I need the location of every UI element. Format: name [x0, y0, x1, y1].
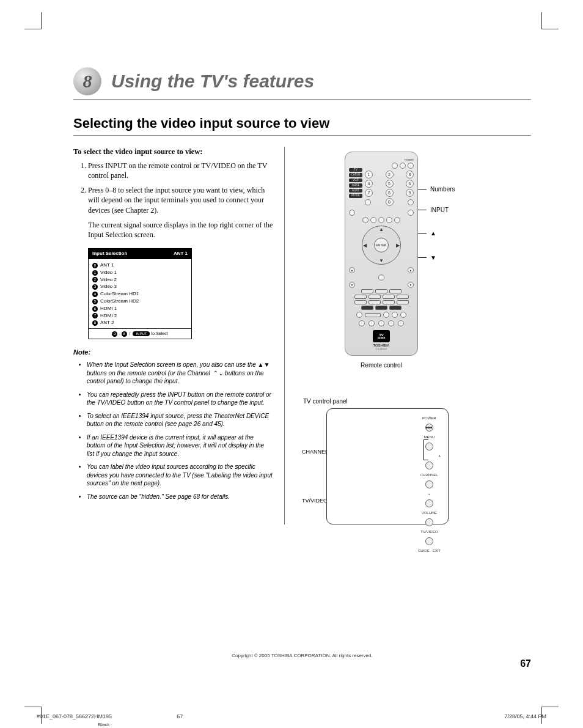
right-column: Numbers INPUT ▲ ▼ TV CABLE VCR: [285, 147, 531, 524]
sleep-button: [392, 163, 398, 169]
vol-down: ▼: [408, 282, 414, 288]
dash-button: [365, 199, 371, 205]
dpad: ▲ ▼ ◀ ▶ ENTER: [362, 226, 401, 265]
ch-down: ▼: [349, 282, 355, 288]
page-number: 67: [520, 658, 531, 669]
print-file-page: 67: [177, 713, 183, 719]
cp-menu: [425, 443, 433, 450]
osd-num-3: 3: [92, 284, 98, 290]
mute-button: [389, 289, 402, 293]
dnr-button: [356, 312, 362, 318]
chrtn-button: [408, 199, 414, 205]
chapter-header: 8 Using the TV's features: [73, 67, 531, 100]
cp-volume-up: [425, 499, 433, 507]
pause-button: [369, 300, 381, 304]
num-8: 8: [386, 189, 394, 197]
num-3: 3: [406, 171, 414, 178]
note-1: When the Input Selection screen is open,…: [87, 361, 273, 386]
note-3: To select an IEEE1394 input source, pres…: [87, 412, 273, 428]
tvguide-logo: TV GUIDE: [373, 330, 390, 342]
mode-aux1: AUX1: [349, 183, 362, 188]
num-2: 2: [386, 171, 394, 178]
split-button: [388, 320, 394, 326]
step-2: Press 0–8 to select the input source you…: [88, 185, 273, 240]
input-button: [408, 210, 414, 216]
osd-num-2: 2: [92, 277, 98, 282]
cp-tvvideo: [425, 537, 433, 545]
copyright: Copyright © 2005 TOSHIBA CORPORATION. Al…: [73, 653, 531, 658]
osd-item-4: ColorStream HD1: [100, 291, 139, 298]
power-button: [408, 163, 414, 169]
cp-label-exit: EXIT: [433, 549, 441, 553]
osd-item-1: Video 1: [100, 270, 117, 276]
guide-button: [378, 217, 384, 223]
dot3: [400, 312, 406, 318]
osd-foot-n8: 8: [122, 331, 127, 337]
osd-item-5: ColorStream HD2: [100, 298, 139, 305]
osd-foot-dash: -: [119, 331, 120, 336]
step-2-para: The current signal source displays in th…: [88, 220, 273, 240]
chapter-number-badge: 8: [73, 67, 101, 95]
mode-vcr: VCR: [349, 178, 362, 183]
cp-label-guide: GUIDE: [418, 549, 430, 553]
rew-button: [354, 295, 367, 299]
osd-foot-slash: /: [130, 331, 131, 336]
arrow-left-icon: ◀: [363, 243, 367, 248]
cp-channel-down: [425, 480, 433, 488]
dot1: [383, 312, 389, 318]
skip-button: [397, 295, 409, 299]
osd-num-4: 4: [92, 292, 98, 297]
osd-foot-n0: 0: [112, 331, 117, 337]
play-button: [369, 295, 381, 299]
exit-button: [386, 217, 392, 223]
epg-button: [365, 313, 381, 317]
picsize-button: [361, 289, 373, 293]
osd-num-8: 8: [92, 320, 98, 326]
remote-body: TV CABLE VCR AUX1 AUX2 MODE POWER: [345, 152, 418, 356]
input-selection-osd: Input Selection ANT 1 0ANT 1 1Video 1 2V…: [88, 248, 192, 339]
callout-numbers: Numbers: [412, 186, 455, 193]
favch-button: [369, 320, 375, 326]
osd-item-2: Video 2: [100, 277, 117, 284]
print-black: Black: [98, 722, 583, 727]
menu-button: [370, 217, 376, 223]
osd-num-6: 6: [92, 306, 98, 312]
ch-up: ▲: [349, 267, 355, 273]
slow-button: [354, 300, 367, 304]
cp-label-power: POWER: [422, 416, 436, 420]
ff-button: [383, 295, 395, 299]
osd-item-3: Video 3: [100, 284, 117, 290]
osd-num-0: 0: [92, 263, 98, 268]
favscan-button: [378, 320, 384, 326]
num-0: 0: [386, 198, 394, 206]
num-6: 6: [406, 180, 414, 188]
print-date: 7/28/05, 4:44 PM: [504, 713, 546, 719]
cp-label-volume: VOLUME: [422, 511, 437, 515]
mode-cable: CABLE: [349, 173, 362, 177]
note-4: If an IEEE1394 device is the current inp…: [87, 433, 273, 458]
power-label: POWER: [365, 158, 414, 161]
arrow-up-icon: ▲: [379, 227, 384, 232]
play2-button: [383, 300, 395, 304]
model-label: CT-90159: [349, 347, 414, 350]
cp-channel-up: [425, 461, 433, 469]
open-button: [389, 306, 402, 310]
print-file: #01E_067-078_566272HM195: [37, 713, 112, 719]
control-panel-diagram: CHANNEL ⌃ ⌄ TV/VIDEO POWER ••• MENU ∧: [302, 408, 461, 524]
pip-button: [378, 274, 384, 281]
num-5: 5: [386, 180, 394, 188]
cp-label-tvvideo: TV/VIDEO: [420, 530, 438, 534]
cp-label-menu: MENU: [424, 435, 435, 439]
vol-up: ▲: [408, 267, 414, 273]
cp-power: •••: [425, 424, 433, 432]
osd-num-7: 7: [92, 313, 98, 318]
enter-button: ENTER: [374, 238, 389, 252]
osd-foot-input: INPUT: [133, 331, 150, 336]
step-1: Press INPUT on the remote control or TV/…: [88, 161, 273, 180]
mode-mode: MODE: [349, 194, 362, 198]
num-1: 1: [365, 171, 373, 178]
osd-item-0: ANT 1: [100, 262, 114, 269]
mode-tv: TV: [349, 168, 362, 172]
remote-diagram: Numbers INPUT ▲ ▼ TV CABLE VCR: [302, 152, 461, 369]
info-button: [362, 217, 369, 223]
